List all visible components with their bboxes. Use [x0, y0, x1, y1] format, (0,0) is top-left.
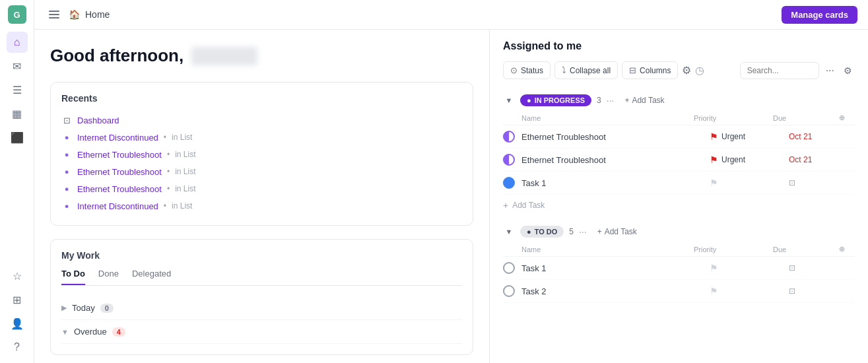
todo-group-header: ▼ ● TO DO 5 ··· + Add Task [503, 221, 855, 242]
tab-delegated[interactable]: Delegated [132, 269, 171, 285]
add-task-row[interactable]: + Add Task [503, 195, 855, 216]
sidebar-item-person[interactable]: 👤 [7, 313, 28, 334]
due-cell: ⊡ [789, 286, 855, 296]
inprogress-dot: ● [527, 96, 531, 104]
priority-cell: ⚑ [710, 263, 789, 273]
recent-separator: • [164, 133, 166, 142]
status-group-inprogress: ▼ ● IN PROGRESS 3 ··· + Add Task Name Pr… [503, 90, 855, 216]
columns-icon: ⊟ [629, 65, 636, 75]
add-task-text: Add Task [512, 201, 545, 210]
recent-item-suffix: in List [172, 133, 192, 142]
list-item[interactable]: ⊡ Dashboard [61, 112, 462, 129]
task-icon: ● [61, 166, 72, 177]
add-task-inprogress-button[interactable]: + Add Task [619, 94, 669, 107]
collapse-all-button[interactable]: ⤵ Collapse all [554, 61, 618, 79]
topbar: 🏠 Home Manage cards [34, 0, 868, 30]
mywork-row-label: Today [72, 303, 95, 313]
task-status-icon [503, 262, 515, 274]
recent-separator: • [167, 184, 170, 193]
sidebar-item-grid[interactable]: ⊞ [7, 289, 28, 310]
status-group-todo: ▼ ● TO DO 5 ··· + Add Task Name Priority… [503, 221, 855, 303]
col-priority-header: Priority [694, 246, 773, 253]
recent-item-label: Internet Discontinued [77, 201, 158, 211]
task-name: Ethernet Troubleshoot [521, 155, 710, 165]
search-input[interactable] [740, 62, 819, 79]
recent-item-suffix: in List [175, 167, 195, 176]
recent-item-label: Ethernet Troubleshoot [77, 150, 162, 160]
table-row[interactable]: Task 2 ⚑ ⊡ [503, 280, 855, 303]
col-due-header: Due [773, 246, 839, 253]
task-icon: ● [61, 201, 72, 211]
priority-text: Urgent [721, 132, 745, 141]
recent-item-label: Dashboard [77, 116, 119, 125]
chevron-down-icon: ▼ [61, 328, 69, 336]
filter-icon[interactable]: ⚙ [682, 64, 691, 77]
dashboard-icon: ⊡ [61, 115, 72, 125]
mywork-row-label: Overdue [74, 327, 107, 337]
table-row[interactable]: Ethernet Troubleshoot ⚑ Urgent Oct 21 [503, 125, 855, 148]
list-item[interactable]: ● Internet Discontinued • in List [61, 129, 462, 146]
mywork-today-row[interactable]: ▶ Today 0 [61, 296, 462, 320]
greeting-text: Good afternoon, [50, 46, 184, 66]
inprogress-count: 3 [597, 96, 601, 105]
recent-item-suffix: in List [172, 201, 192, 211]
add-task-label: Add Task [605, 227, 637, 236]
settings-icon[interactable]: ⚙ [841, 63, 855, 79]
manage-cards-button[interactable]: Manage cards [782, 6, 857, 24]
task-status-icon [503, 131, 515, 143]
status-badge-todo: ● TO DO [520, 226, 564, 238]
chevron-right-icon: ▶ [61, 304, 67, 312]
mywork-overdue-row[interactable]: ▼ Overdue 4 [61, 320, 462, 344]
sidebar-item-video[interactable]: ⬛ [7, 127, 28, 148]
sidebar-item-docs[interactable]: ☰ [7, 79, 28, 100]
todo-count: 5 [569, 227, 574, 236]
due-icon: ⊡ [789, 286, 795, 296]
list-item[interactable]: ● Ethernet Troubleshoot • in List [61, 163, 462, 180]
list-item[interactable]: ● Ethernet Troubleshoot • in List [61, 146, 462, 163]
priority-flag-icon: ⚑ [710, 178, 718, 188]
collapse-todo-button[interactable]: ▼ [503, 226, 515, 238]
list-item[interactable]: ● Ethernet Troubleshoot • in List [61, 180, 462, 197]
mywork-tabs: To Do Done Delegated [61, 269, 462, 286]
table-row[interactable]: Task 1 ⚑ ⊡ [503, 172, 855, 195]
task-icon: ● [61, 132, 72, 143]
due-icon: ⊡ [789, 178, 795, 187]
status-filter-button[interactable]: ⊙ Status [503, 61, 551, 79]
due-cell: ⊡ [789, 178, 855, 187]
todo-more-icon[interactable]: ··· [579, 226, 587, 237]
recents-title: Recents [61, 93, 462, 104]
mywork-title: My Work [61, 250, 462, 261]
columns-label: Columns [640, 66, 671, 75]
recent-separator: • [167, 167, 170, 176]
add-task-label: Add Task [632, 96, 664, 105]
table-row[interactable]: Ethernet Troubleshoot ⚑ Urgent Oct 21 [503, 148, 855, 172]
user-avatar[interactable]: G [8, 5, 26, 24]
sidebar-item-inbox[interactable]: ✉ [7, 55, 28, 77]
priority-flag-icon: ⚑ [710, 263, 718, 273]
more-options-icon[interactable]: ··· [823, 62, 837, 79]
tab-done[interactable]: Done [98, 269, 119, 285]
due-cell: Oct 21 [789, 132, 855, 141]
sidebar-item-chart[interactable]: ▦ [7, 103, 28, 124]
task-table-header: Name Priority Due ⊕ [503, 242, 855, 257]
table-row[interactable]: Task 1 ⚑ ⊡ [503, 257, 855, 280]
priority-flag-icon: ⚑ [710, 154, 718, 165]
columns-button[interactable]: ⊟ Columns [622, 61, 678, 79]
tab-todo[interactable]: To Do [61, 269, 85, 285]
col-add-header: ⊕ [839, 114, 855, 122]
list-item[interactable]: ● Internet Discontinued • in List [61, 197, 462, 214]
priority-flag-icon: ⚑ [710, 286, 718, 296]
task-icon: ● [61, 183, 72, 194]
sidebar-item-help[interactable]: ? [7, 337, 28, 358]
collapse-label: Collapse all [570, 66, 611, 75]
todo-dot: ● [527, 228, 531, 236]
inprogress-more-icon[interactable]: ··· [607, 95, 615, 106]
clock-icon[interactable]: ◷ [695, 64, 704, 77]
plus-icon: + [597, 227, 602, 236]
greeting-name-blurred [191, 47, 257, 65]
sidebar-item-star[interactable]: ☆ [7, 265, 28, 286]
add-task-todo-button[interactable]: + Add Task [592, 225, 642, 238]
collapse-inprogress-button[interactable]: ▼ [503, 94, 515, 106]
sidebar-toggle-button[interactable] [45, 5, 63, 24]
sidebar-item-home[interactable]: ⌂ [7, 32, 28, 53]
